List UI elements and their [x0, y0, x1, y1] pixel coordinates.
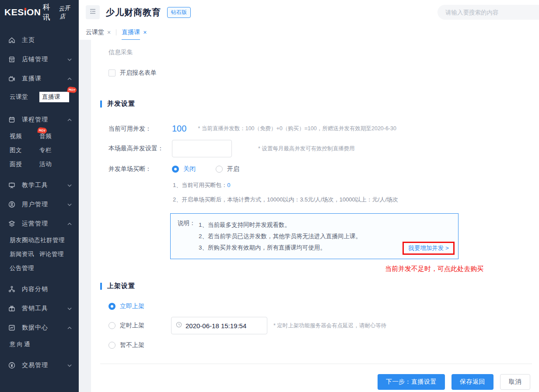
publish-later-label[interactable]: 暂不上架	[120, 341, 144, 349]
sidebar-item-shop[interactable]: 店铺管理	[0, 50, 79, 69]
gift-icon	[8, 305, 16, 312]
logo-cn-text: 科讯	[43, 2, 57, 22]
current-concurrency-row: 当前可用并发： 100 * 当前直播并发数：100（免费）+0（购买）=100，…	[108, 124, 532, 134]
buy-hint-annotation: 当前并发不足时，可点此处去购买	[385, 265, 532, 273]
publish-now-radio[interactable]	[108, 303, 116, 310]
section-title-text: 上架设置	[107, 282, 135, 290]
sidebar-subitem-comments[interactable]: 评论管理	[39, 250, 69, 258]
sidebar-item-live[interactable]: 直播课	[0, 69, 79, 88]
publish-datetime-picker[interactable]: 2020-06-18 15:19:54	[171, 317, 267, 334]
shop-icon	[8, 56, 16, 63]
sidebar-subitem-moments[interactable]: 朋友圈动态	[10, 236, 40, 244]
buyout-on-radio[interactable]	[216, 166, 223, 173]
sidebar-item-trade-mgmt[interactable]: 交易管理	[0, 356, 79, 375]
topbar: 少儿财商教育 钻石版	[79, 0, 539, 24]
notice-line-3: 3、所购买并发有效期内，所有直播课均可使用。	[199, 242, 361, 253]
sidebar-live-children: 云课堂 直播课 HOT	[10, 88, 79, 106]
sidebar-item-label: 课程管理	[22, 116, 48, 124]
sidebar-subitem-activity[interactable]: 活动	[39, 160, 69, 168]
cancel-button[interactable]: 取消	[500, 374, 530, 390]
main-content: 信息采集 开启报名表单 并发设置 当前可用并发： 100 * 当前直播并发数：1…	[79, 40, 539, 392]
current-concurrency-label: 当前可用并发：	[108, 125, 172, 133]
signup-form-checkbox[interactable]	[108, 69, 116, 76]
increase-concurrency-link[interactable]: 我要增加并发 >	[408, 245, 449, 251]
info-collect-label: 信息采集	[108, 49, 532, 56]
app-logo[interactable]: KESION 科讯 云开店	[0, 0, 79, 24]
collapse-menu-button[interactable]	[86, 5, 100, 19]
sidebar-item-label: 营销工具	[22, 305, 48, 312]
tab-close-icon[interactable]: ×	[143, 29, 147, 36]
subitem-label: 直播课	[42, 94, 60, 100]
publish-now-row: 立即上架	[108, 302, 532, 310]
buyout-note-1: 1、当前可用买断包：0	[173, 181, 532, 189]
publish-later-radio[interactable]	[108, 342, 116, 349]
sidebar-subitem-news[interactable]: 新闻资讯	[10, 250, 39, 258]
logo-wordmark: KESION	[4, 7, 41, 17]
publish-later-row: 暂不上架	[108, 341, 532, 349]
sidebar-subitem-audio[interactable]: 音频	[39, 132, 69, 140]
buyout-off-radio[interactable]	[172, 166, 179, 173]
chevron-down-icon	[67, 184, 72, 187]
subitem-label: 视频	[10, 133, 22, 139]
tab-bar: 云课堂 × 直播课 ×	[79, 24, 539, 40]
tab-cloud-class[interactable]: 云课堂 ×	[86, 28, 111, 36]
sidebar-data-children: 意向通	[10, 337, 79, 351]
increase-concurrency-highlight-box[interactable]: 我要增加并发 >	[402, 242, 455, 255]
buyout-row: 并发单场买断： 关闭 开启	[108, 165, 532, 173]
sidebar-subitem-column[interactable]: 专栏	[39, 146, 69, 154]
chevron-up-icon	[67, 77, 72, 80]
logo-script-text: 云开店	[59, 3, 75, 21]
easel-icon	[8, 181, 16, 189]
publish-timed-label[interactable]: 定时上架	[120, 322, 144, 330]
sidebar-item-label: 直播课	[22, 75, 42, 83]
signup-form-label: 开启报名表单	[120, 69, 157, 77]
current-concurrency-note: * 当前直播并发数：100（免费）+0（购买）=100，所赠送并发有效期至202…	[198, 125, 396, 132]
max-concurrency-row: 本场最高并发设置： * 设置每月最高并发可有效控制直播费用	[108, 140, 532, 157]
chevron-down-icon	[67, 307, 72, 310]
sidebar-subitem-community[interactable]: 社群管理	[40, 236, 70, 244]
search-input[interactable]	[438, 5, 539, 20]
sidebar-item-label: 内容分销	[22, 285, 48, 293]
sidebar-item-label: 运营管理	[22, 220, 48, 228]
home-icon	[8, 36, 16, 44]
max-concurrency-input[interactable]	[172, 140, 232, 157]
signup-form-checkbox-row[interactable]: 开启报名表单	[108, 69, 532, 77]
buyout-off-label[interactable]: 关闭	[183, 165, 196, 173]
chevron-down-icon	[67, 203, 72, 206]
sidebar-item-teaching-tools[interactable]: 教学工具	[0, 176, 79, 195]
sidebar-subitem-announcement[interactable]: 公告管理	[10, 264, 39, 272]
live-camera-icon	[8, 75, 16, 83]
sidebar-item-home[interactable]: 主页	[0, 31, 79, 50]
chevron-down-icon	[67, 58, 72, 61]
sidebar-item-data-center[interactable]: 数据中心	[0, 318, 79, 337]
sidebar-subitem-offline[interactable]: 面授	[10, 160, 39, 168]
sidebar-item-label: 主页	[22, 36, 35, 44]
sidebar-item-marketing-tools[interactable]: 营销工具	[0, 299, 79, 318]
sidebar-item-course-mgmt[interactable]: 课程管理	[0, 110, 79, 129]
version-badge[interactable]: 钻石版	[167, 7, 191, 18]
chevron-up-icon	[67, 222, 72, 225]
save-return-button[interactable]: 保存返回	[452, 374, 494, 390]
sidebar-subitem-article[interactable]: 图文	[10, 146, 39, 154]
tab-close-icon[interactable]: ×	[107, 29, 111, 36]
tab-live-course[interactable]: 直播课 ×	[122, 28, 147, 36]
next-step-button[interactable]: 下一步：直播设置	[378, 374, 445, 390]
sidebar-item-operations[interactable]: 运营管理	[0, 214, 79, 233]
buyout-on-label[interactable]: 开启	[227, 165, 239, 173]
publish-section-title: 上架设置	[100, 282, 532, 290]
sidebar-subitem-intention[interactable]: 意向通	[10, 340, 39, 348]
sidebar-subitem-video[interactable]: 视频 HOT	[10, 132, 39, 140]
publish-timed-radio[interactable]	[108, 322, 116, 329]
publish-now-label[interactable]: 立即上架	[120, 302, 144, 310]
buyout-note-2: 2、开启单场买断后，本场计费方式，10000以内：3.5元/人/场次，10000…	[173, 196, 532, 204]
sidebar-operations-children: 朋友圈动态 社群管理 新闻资讯 评论管理 公告管理	[10, 233, 79, 275]
sidebar-item-user-mgmt[interactable]: 用户管理	[0, 195, 79, 214]
sidebar-course-children: 视频 HOT 音频 图文 专栏 面授 活动	[10, 129, 79, 171]
buyout-label: 并发单场买断：	[108, 165, 172, 173]
sidebar-item-label: 数据中心	[22, 324, 48, 332]
sidebar-subitem-cloud-class[interactable]: 云课堂	[10, 93, 39, 101]
sidebar-item-content-distribution[interactable]: 内容分销	[0, 280, 79, 299]
publish-datetime-value: 2020-06-18 15:19:54	[186, 322, 246, 330]
page-title: 少儿财商教育	[106, 7, 161, 18]
sidebar-subitem-live-course-active[interactable]: 直播课 HOT	[39, 92, 69, 102]
